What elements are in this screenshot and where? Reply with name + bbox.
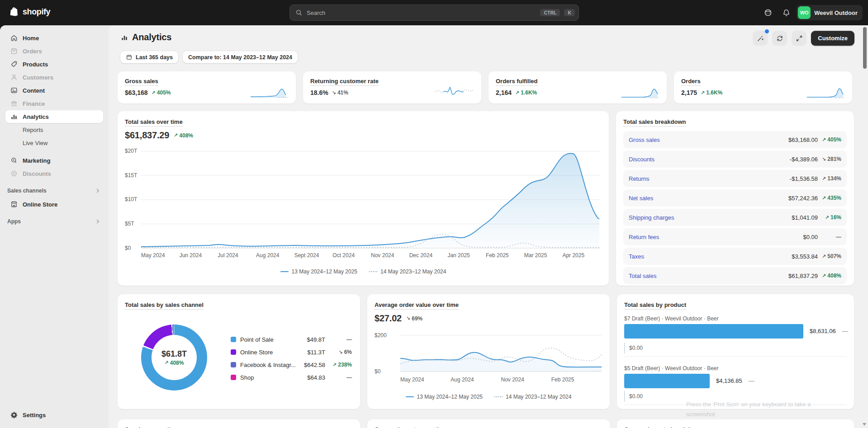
- shopify-logo[interactable]: shopify: [9, 6, 50, 17]
- tag-icon: [10, 60, 18, 68]
- metric-title: Returning customer rate: [310, 78, 379, 86]
- sidebar-item-products[interactable]: Products: [5, 58, 103, 71]
- y-tick: $20T: [125, 148, 137, 154]
- sidekick-button[interactable]: [760, 5, 776, 20]
- sessions-over-time-card: Sessions over time: [118, 419, 360, 428]
- sidebar-item-discounts[interactable]: Discounts: [5, 167, 103, 180]
- sidebar: Home Orders Products Customers Content F…: [0, 25, 109, 428]
- breakdown-row[interactable]: Discounts -$4,389.06 ↘281%: [623, 151, 847, 168]
- chevron-right-icon: [94, 218, 101, 225]
- channel-legend-row: Facebook & Instagr... $642.58 ↗238%: [231, 358, 352, 371]
- metric-value: 2,175: [681, 89, 697, 96]
- sidebar-item-marketing[interactable]: Marketing: [5, 154, 103, 167]
- total-sales-line-chart: [141, 151, 601, 249]
- aov-x-axis-labels: May 2024Aug 2024Nov 2024Feb 2025: [400, 376, 602, 383]
- sidekick-icon: [764, 8, 773, 17]
- topbar: shopify Search CTRL K WO Weevil Outdoor: [0, 0, 868, 25]
- apps-header[interactable]: Apps: [5, 218, 103, 225]
- channel-legend: Point of Sale $49.8T — Online Store $11.…: [231, 333, 352, 384]
- app-shell: Home Orders Products Customers Content F…: [0, 25, 868, 428]
- sales-by-product-card: Total sales by product $7 Draft (Beer) ·…: [617, 294, 854, 409]
- metric-card-gross-sales[interactable]: Gross sales $63,168 ↗405%: [118, 71, 296, 103]
- y-tick: $200: [375, 332, 387, 339]
- sidebar-item-home[interactable]: Home: [5, 32, 103, 44]
- search-input[interactable]: Search CTRL K: [289, 5, 579, 21]
- legend-previous-swatch: [369, 271, 377, 272]
- notification-dot: [765, 29, 769, 33]
- metric-card-returning-rate[interactable]: Returning customer rate 18.6% ↘41%: [303, 71, 481, 103]
- sidebar-item-finance[interactable]: Finance: [5, 97, 103, 110]
- refresh-button[interactable]: [772, 31, 787, 46]
- metric-value: 2,164: [496, 89, 512, 96]
- donut-center-label: $61.8T ↗408%: [141, 325, 207, 390]
- sidebar-item-analytics[interactable]: Analytics: [5, 110, 103, 123]
- scrollbar-thumb[interactable]: [863, 27, 867, 69]
- target-icon: [10, 156, 18, 165]
- store-name: Weevil Outdoor: [814, 9, 858, 16]
- sidebar-item-content[interactable]: Content: [5, 84, 103, 97]
- chart-title: Total sales over time: [125, 118, 183, 127]
- product-label: $5 Draft (Beer) · Weevil Outdoor · Beer: [624, 365, 719, 372]
- breakdown-row[interactable]: Taxes $3,553.84 ↗507%: [623, 248, 847, 265]
- comparison-zero-bar: $0.00: [624, 343, 643, 353]
- channel-legend-row: Shop $64.83 —: [231, 371, 352, 384]
- discount-icon: [10, 169, 18, 178]
- aov-title: Average order value over time: [375, 301, 459, 310]
- y-tick: $0: [375, 368, 380, 375]
- metric-delta: ↗1.6K%: [701, 89, 722, 96]
- media-icon: [10, 86, 18, 94]
- account-menu[interactable]: WO Weevil Outdoor: [797, 5, 863, 20]
- bell-icon: [782, 9, 791, 17]
- search-placeholder: Search: [307, 9, 325, 16]
- product-value: $4,136.85—: [716, 377, 754, 384]
- expand-button[interactable]: [792, 31, 806, 46]
- shop-swatch: [231, 375, 236, 380]
- sidebar-item-online-store[interactable]: Online Store: [5, 198, 103, 211]
- sales-channels-header[interactable]: Sales channels: [5, 187, 103, 194]
- sidebar-item-settings[interactable]: Settings: [5, 409, 103, 421]
- channel-legend-row: Point of Sale $49.8T —: [231, 333, 352, 346]
- scrollbar-down-arrow[interactable]: [863, 423, 866, 426]
- kbd-ctrl: CTRL: [540, 9, 560, 17]
- product-title: Total sales by product: [624, 301, 686, 310]
- channel-legend-row: Online Store $11.3T ↘6%: [231, 346, 352, 358]
- sidebar-item-reports[interactable]: Reports: [5, 123, 103, 136]
- gear-icon: [10, 411, 18, 419]
- x-axis-labels: May 2024Jun 2024Jul 2024Aug 2024Sept 202…: [141, 252, 601, 259]
- metric-card-orders-fulfilled[interactable]: Orders fulfilled 2,164 ↗1.6K%: [489, 71, 667, 103]
- kbd-k: K: [564, 9, 575, 17]
- breakdown-row[interactable]: Shipping charges $1,041.09 ↗16%: [623, 209, 847, 226]
- breakdown-row[interactable]: Return fees $0.00 —: [623, 228, 847, 245]
- comparison-zero-bar: $0.00: [624, 391, 643, 402]
- product-label: $7 Draft (Beer) · Weevil Outdoor · Beer: [624, 315, 719, 322]
- sidebar-item-live-view[interactable]: Live View: [5, 136, 103, 149]
- metric-card-orders[interactable]: Orders 2,175 ↗1.6K%: [674, 71, 852, 103]
- magic-wand-button[interactable]: [753, 31, 768, 46]
- product-value: $8,631.06—: [810, 328, 848, 334]
- calendar-icon: [126, 54, 133, 61]
- breakdown-row[interactable]: Returns -$1,536.58 ↗134%: [623, 170, 847, 187]
- y-tick: $10T: [125, 196, 137, 202]
- compare-to-button[interactable]: Compare to: 14 May 2023–12 May 2024: [183, 51, 298, 63]
- breakdown-row[interactable]: Gross sales $63,168.00 ↗405%: [623, 131, 847, 148]
- metric-title: Gross sales: [125, 78, 158, 86]
- breakdown-row[interactable]: Total sales $61,837.29 ↗408%: [623, 267, 847, 284]
- breakdown-title: Total sales breakdown: [623, 118, 686, 127]
- notifications-button[interactable]: [778, 5, 794, 20]
- sparkline-orders: [805, 85, 846, 99]
- page-title: Analytics: [132, 32, 171, 42]
- metric-value: 18.6%: [310, 89, 328, 96]
- date-range-button[interactable]: Last 365 days: [120, 51, 178, 63]
- pos-swatch: [231, 337, 236, 342]
- refresh-icon: [776, 34, 784, 42]
- aov-delta: ↘69%: [406, 315, 422, 322]
- sidebar-item-orders[interactable]: Orders: [5, 45, 103, 57]
- aov-line-chart: [400, 334, 602, 374]
- breakdown-row[interactable]: Net sales $57,242.36 ↗435%: [623, 189, 847, 207]
- analytics-title-icon: [120, 33, 128, 42]
- bank-icon: [10, 99, 18, 108]
- sidebar-item-customers[interactable]: Customers: [5, 71, 103, 84]
- customize-button[interactable]: Customize: [811, 31, 854, 46]
- aov-card: Average order value over time $27.02 ↘69…: [367, 294, 610, 409]
- total-sales-delta: ↗408%: [174, 132, 193, 139]
